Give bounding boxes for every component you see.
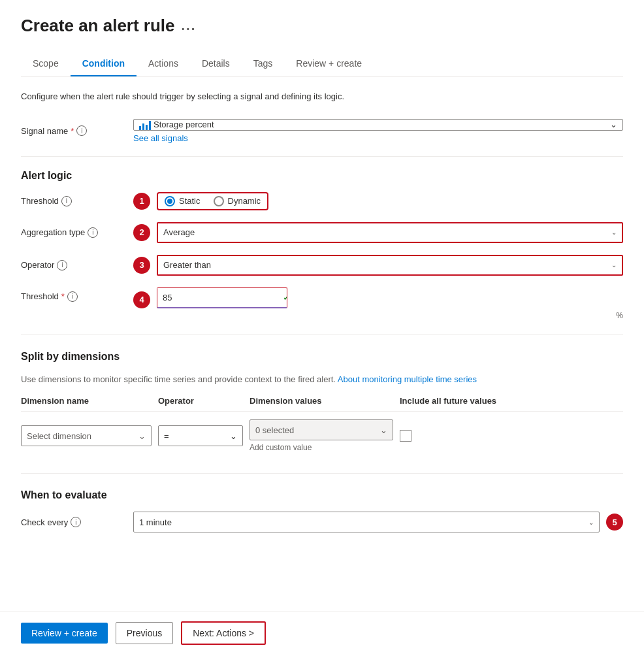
- aggregation-type-field-group: 2 Average ⌄: [133, 222, 623, 243]
- dimension-values-placeholder: 0 selected: [255, 425, 294, 435]
- when-to-evaluate-section: When to evaluate Check every i 1 minute …: [21, 489, 623, 532]
- header-include-future: Include all future values: [400, 396, 623, 406]
- signal-dropdown-chevron: ⌄: [610, 120, 617, 129]
- threshold-value-info-icon[interactable]: i: [67, 291, 78, 302]
- page-description: Configure when the alert rule should tri…: [21, 90, 623, 103]
- dimensions-table-header: Dimension name Operator Dimension values…: [21, 396, 623, 412]
- dimension-placeholder: Select dimension: [27, 431, 91, 441]
- tab-actions[interactable]: Actions: [137, 52, 190, 76]
- divider-1: [21, 156, 623, 157]
- when-title: When to evaluate: [21, 489, 623, 501]
- bottom-bar: Review + create Previous Next: Actions >: [0, 612, 644, 612]
- signal-name-dropdown[interactable]: Storage percent ⌄: [133, 119, 623, 131]
- threshold-required: *: [61, 291, 65, 301]
- page-title: Create an alert rule: [21, 16, 175, 36]
- step-badge-4: 4: [133, 291, 150, 308]
- step-badge-3: 3: [133, 257, 150, 274]
- operator-dropdown[interactable]: Greater than ⌄: [157, 255, 623, 276]
- aggregation-info-icon[interactable]: i: [88, 227, 98, 238]
- dynamic-label: Dynamic: [228, 196, 261, 206]
- include-future-checkbox[interactable]: [400, 430, 411, 442]
- aggregation-chevron: ⌄: [611, 229, 617, 236]
- page-title-area: Create an alert rule ...: [21, 16, 623, 36]
- divider-2: [21, 335, 623, 335]
- signal-name-row: Signal name * i Storage percent ⌄ See al…: [21, 119, 623, 143]
- static-radio-button[interactable]: [165, 196, 175, 206]
- threshold-type-label: Threshold i: [21, 196, 125, 206]
- static-label: Static: [179, 196, 201, 206]
- aggregation-type-row: Aggregation type i 2 Average ⌄: [21, 222, 623, 243]
- dynamic-radio-button[interactable]: [214, 196, 224, 206]
- operator-value: Greater than: [163, 260, 211, 270]
- threshold-value-input-container: 85 ✓: [157, 287, 287, 308]
- dynamic-radio-option[interactable]: Dynamic: [214, 196, 261, 206]
- aggregation-type-value: Average: [163, 227, 195, 237]
- operator-label: Operator i: [21, 260, 125, 270]
- tab-details[interactable]: Details: [190, 52, 242, 76]
- dimension-operator-dropdown[interactable]: = ⌄: [158, 425, 243, 446]
- signal-name-info-icon[interactable]: i: [76, 125, 87, 136]
- tab-condition[interactable]: Condition: [71, 52, 137, 76]
- page-title-dots[interactable]: ...: [182, 18, 197, 33]
- header-dimension-name: Dimension name: [21, 396, 152, 406]
- divider-3: [21, 473, 623, 474]
- check-every-label: Check every i: [21, 517, 125, 527]
- header-dimension-values: Dimension values: [250, 396, 393, 406]
- signal-name-label: Signal name * i: [21, 125, 125, 136]
- operator-chevron: ⌄: [611, 261, 617, 269]
- threshold-value-input[interactable]: 85: [157, 288, 278, 307]
- dimension-operator-value: =: [164, 431, 169, 441]
- operator-field-group: 3 Greater than ⌄: [133, 255, 623, 276]
- select-dimension-dropdown[interactable]: Select dimension ⌄: [21, 425, 152, 446]
- check-every-chevron: ⌄: [588, 519, 594, 526]
- split-desc-link[interactable]: About monitoring multiple time series: [338, 374, 477, 384]
- split-section: Split by dimensions Use dimensions to mo…: [21, 351, 623, 461]
- step-badge-2: 2: [133, 224, 150, 241]
- threshold-radio-group: Static Dynamic: [165, 196, 261, 206]
- step-badge-5: 5: [606, 514, 623, 531]
- threshold-type-field-group: 1 Static Dynamic: [133, 192, 623, 210]
- threshold-radio-wrapper: Static Dynamic: [157, 192, 268, 210]
- threshold-value-field-group: 4 85 ✓ %: [133, 287, 623, 308]
- check-every-row: Check every i 1 minute ⌄ 5: [21, 512, 623, 532]
- tab-scope[interactable]: Scope: [21, 52, 71, 76]
- check-every-dropdown[interactable]: 1 minute ⌄: [133, 512, 600, 532]
- split-desc-text: Use dimensions to monitor specific time …: [21, 374, 336, 384]
- threshold-check-icon: ✓: [278, 292, 287, 302]
- dimension-dropdown-chevron: ⌄: [138, 431, 146, 441]
- operator-row: Operator i 3 Greater than ⌄: [21, 255, 623, 276]
- threshold-value-label: Threshold * i: [21, 287, 125, 302]
- tab-tags[interactable]: Tags: [242, 52, 285, 76]
- check-every-field-group: 1 minute ⌄ 5: [133, 512, 623, 532]
- dimensions-table-row: Select dimension ⌄ = ⌄ 0 selected ⌄ Add …: [21, 412, 623, 460]
- threshold-value-row: Threshold * i 4 85 ✓ %: [21, 287, 623, 321]
- tab-review-create[interactable]: Review + create: [284, 52, 374, 76]
- tabs-bar: Scope Condition Actions Details Tags Rev…: [21, 52, 623, 77]
- threshold-info-icon[interactable]: i: [61, 196, 72, 206]
- alert-logic-title: Alert logic: [21, 170, 623, 182]
- split-description: Use dimensions to monitor specific time …: [21, 373, 623, 386]
- aggregation-type-label: Aggregation type i: [21, 227, 125, 238]
- static-radio-option[interactable]: Static: [165, 196, 201, 206]
- see-all-signals-link[interactable]: See all signals: [133, 133, 623, 143]
- signal-value-text: Storage percent: [153, 120, 214, 129]
- add-custom-value-link[interactable]: Add custom value: [250, 443, 393, 452]
- threshold-unit-label: %: [616, 311, 623, 320]
- check-every-value: 1 minute: [139, 517, 172, 527]
- signal-chart-icon: [139, 120, 151, 130]
- split-title: Split by dimensions: [21, 351, 623, 363]
- operator-info-icon[interactable]: i: [57, 260, 67, 270]
- check-every-info-icon[interactable]: i: [71, 517, 81, 527]
- required-asterisk: *: [71, 126, 74, 136]
- threshold-type-row: Threshold i 1 Static Dynamic: [21, 192, 623, 210]
- step-badge-1: 1: [133, 193, 150, 210]
- dimension-values-dropdown[interactable]: 0 selected ⌄: [250, 419, 393, 440]
- dim-values-chevron: ⌄: [380, 425, 387, 435]
- header-operator: Operator: [158, 396, 243, 406]
- dimension-operator-chevron: ⌄: [230, 431, 237, 441]
- static-radio-inner: [167, 199, 172, 204]
- aggregation-type-dropdown[interactable]: Average ⌄: [157, 222, 623, 243]
